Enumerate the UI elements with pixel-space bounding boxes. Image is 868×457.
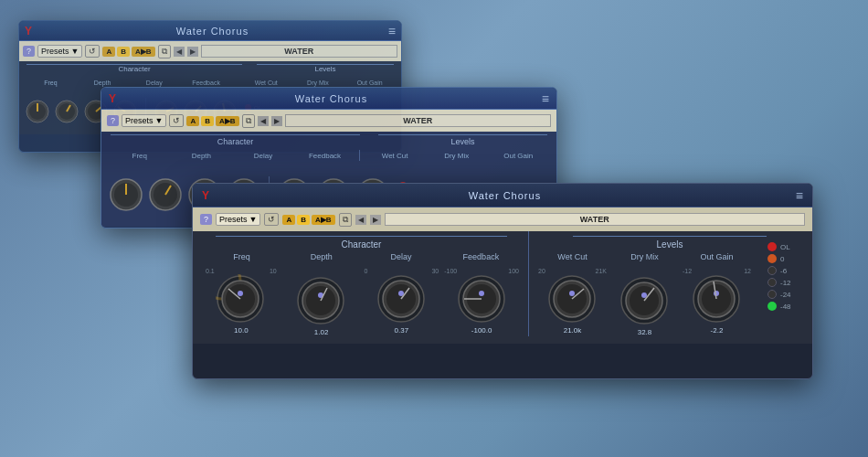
param-delay-2: Delay bbox=[232, 152, 294, 160]
ab-group-1: A B A▶B bbox=[102, 47, 154, 57]
led-neg48 bbox=[767, 302, 777, 311]
plugin-window-3: Y Water Chorus ≡ ? Presets▼ ↺ A B A▶B ⧉ … bbox=[192, 183, 813, 379]
next-preset-3[interactable]: ▶ bbox=[370, 215, 381, 225]
window-title-2: Water Chorus bbox=[121, 93, 542, 104]
led-0 bbox=[767, 254, 777, 263]
value-freq-3: 10.0 bbox=[234, 326, 249, 335]
copy-button-1[interactable]: ⧉ bbox=[158, 45, 171, 58]
led-neg12 bbox=[767, 278, 777, 287]
ab-group-3: A B A▶B bbox=[282, 215, 334, 225]
knob-feedback-3[interactable] bbox=[457, 274, 507, 324]
title-bar-1: Y Water Chorus ≡ bbox=[19, 21, 401, 41]
character-section: Character Freq Depth Delay Feedback 0.1 … bbox=[202, 231, 529, 336]
menu-button-3[interactable]: ≡ bbox=[796, 188, 803, 203]
param-outgain-2: Out Gain bbox=[487, 152, 549, 160]
b-button-2[interactable]: B bbox=[201, 116, 214, 126]
freq-max-3: 10 bbox=[270, 268, 277, 274]
undo-button-2[interactable]: ↺ bbox=[169, 114, 184, 127]
ab-group-2: A B A▶B bbox=[186, 116, 238, 126]
value-drymix-3: 32.8 bbox=[638, 328, 652, 336]
led-neg12-label: -12 bbox=[780, 279, 799, 287]
presets-dropdown-1[interactable]: Presets▼ bbox=[37, 45, 82, 58]
value-outgain-3: -2.2 bbox=[711, 326, 724, 335]
next-preset-1[interactable]: ▶ bbox=[187, 47, 198, 57]
knob-depth-1[interactable] bbox=[54, 99, 79, 124]
prev-preset-2[interactable]: ◀ bbox=[258, 116, 269, 126]
delay-max-3: 30 bbox=[431, 268, 439, 274]
ab-button-3[interactable]: A▶B bbox=[312, 215, 335, 225]
a-button-3[interactable]: A bbox=[282, 215, 295, 225]
led-neg6-label: -6 bbox=[780, 267, 799, 275]
knob-freq-3[interactable] bbox=[216, 274, 266, 324]
feedback-min-3: -100 bbox=[444, 268, 457, 274]
undo-button-1[interactable]: ↺ bbox=[85, 45, 100, 58]
help-button-3[interactable]: ? bbox=[200, 214, 212, 225]
value-feedback-3: -100.0 bbox=[471, 326, 492, 335]
preset-bar-1: ? Presets▼ ↺ A B A▶B ⧉ ◀ ▶ WATER bbox=[19, 41, 401, 61]
b-button-3[interactable]: B bbox=[297, 215, 310, 225]
help-button-2[interactable]: ? bbox=[107, 115, 119, 126]
param-freq-2: Freq bbox=[109, 152, 171, 160]
label-wetcut-3: Wet Cut bbox=[536, 252, 609, 261]
preset-bar-3: ? Presets▼ ↺ A B A▶B ⧉ ◀ ▶ WATER bbox=[193, 207, 812, 231]
preset-name-2[interactable]: WATER bbox=[285, 114, 551, 127]
prev-preset-1[interactable]: ◀ bbox=[174, 47, 185, 57]
ab-button-2[interactable]: A▶B bbox=[216, 116, 239, 126]
label-depth-3: Depth bbox=[281, 252, 361, 261]
preset-name-1[interactable]: WATER bbox=[201, 45, 397, 58]
knob-depth-2[interactable] bbox=[148, 177, 183, 212]
knob-wetcut-3[interactable] bbox=[547, 274, 598, 324]
logo-icon-1: Y bbox=[25, 25, 32, 37]
logo-icon-2: Y bbox=[109, 92, 116, 105]
led-neg24 bbox=[767, 290, 777, 299]
knob-delay-3[interactable] bbox=[376, 274, 427, 324]
label-outgain-3: Out Gain bbox=[681, 252, 753, 261]
prev-preset-3[interactable]: ◀ bbox=[355, 215, 366, 225]
help-button-1[interactable]: ? bbox=[23, 46, 35, 57]
param-depth-1: Depth bbox=[77, 80, 129, 86]
param-feedback-1: Feedback bbox=[180, 80, 232, 86]
ab-button-1[interactable]: A▶B bbox=[132, 47, 155, 57]
param-delay-1: Delay bbox=[128, 80, 180, 86]
title-bar-2: Y Water Chorus ≡ bbox=[101, 88, 556, 110]
copy-button-2[interactable]: ⧉ bbox=[242, 114, 255, 128]
outgain-min-3: -12 bbox=[683, 268, 692, 274]
levels-section-label: Levels bbox=[573, 236, 767, 250]
b-button-1[interactable]: B bbox=[117, 47, 130, 57]
svg-point-45 bbox=[238, 291, 243, 296]
title-bar-3: Y Water Chorus ≡ bbox=[193, 184, 812, 207]
a-button-2[interactable]: A bbox=[186, 116, 199, 126]
delay-min-3: 0 bbox=[365, 268, 368, 274]
value-wetcut-3: 21.0k bbox=[564, 326, 582, 335]
presets-dropdown-3[interactable]: Presets▼ bbox=[216, 213, 260, 226]
a-button-1[interactable]: A bbox=[102, 47, 115, 57]
knob-freq-1[interactable] bbox=[25, 99, 50, 124]
preset-name-3[interactable]: WATER bbox=[385, 213, 805, 226]
levels-label-1: Levels bbox=[257, 64, 394, 73]
knob-depth-3[interactable] bbox=[296, 276, 346, 326]
menu-button-2[interactable]: ≡ bbox=[542, 91, 549, 106]
undo-button-3[interactable]: ↺ bbox=[264, 213, 279, 226]
led-neg48-label: -48 bbox=[780, 303, 799, 311]
label-feedback-3: Feedback bbox=[441, 252, 521, 261]
led-neg24-label: -24 bbox=[780, 291, 799, 299]
param-freq-1: Freq bbox=[25, 80, 77, 86]
char-label-2: Character bbox=[111, 134, 360, 146]
logo-icon-3: Y bbox=[202, 189, 209, 202]
window-title-3: Water Chorus bbox=[214, 190, 796, 201]
knob-drymix-3[interactable] bbox=[619, 276, 670, 326]
next-preset-2[interactable]: ▶ bbox=[271, 116, 282, 126]
window-title-1: Water Chorus bbox=[37, 26, 388, 37]
feedback-max-3: 100 bbox=[508, 268, 519, 274]
svg-point-70 bbox=[641, 292, 647, 298]
menu-button-1[interactable]: ≡ bbox=[388, 24, 396, 38]
knob-outgain-3[interactable] bbox=[692, 274, 742, 324]
led-ol-label: OL bbox=[780, 243, 799, 251]
led-meter-3: OL 0 -6 -12 -24 bbox=[767, 242, 799, 311]
outgain-max-3: 12 bbox=[744, 268, 751, 274]
led-ol bbox=[767, 242, 777, 251]
copy-button-3[interactable]: ⧉ bbox=[339, 213, 352, 227]
param-feedback-2: Feedback bbox=[294, 152, 356, 160]
presets-dropdown-2[interactable]: Presets▼ bbox=[122, 114, 166, 127]
knob-freq-2[interactable] bbox=[109, 177, 143, 212]
